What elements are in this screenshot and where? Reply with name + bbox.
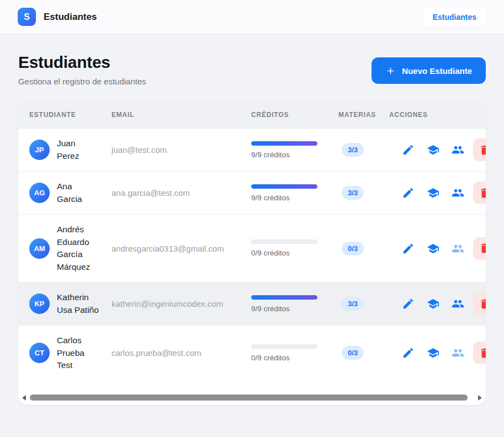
new-student-button[interactable]: Nuevo Estudiante [372,57,486,84]
table-header-row: Estudiante Email Créditos Materias Accio… [18,102,486,129]
student-name: Andrés Eduardo García Márquez [57,223,99,273]
nav-link-estudiantes[interactable]: Estudiantes [423,7,486,27]
app-logo: S [18,8,36,26]
graduation-cap-icon [427,347,439,359]
assign-users-button[interactable] [448,343,468,363]
avatar: CT [29,343,50,363]
materias-button[interactable] [423,183,443,202]
materias-button[interactable] [423,343,443,363]
table-row: AG Ana Garcia ana.garcia@test.com 9/9 cr… [18,172,486,215]
column-header-estudiante: Estudiante [18,111,112,119]
page-subtitle: Gestiona el registro de estudiantes [18,77,146,86]
credits-label: 0/9 créditos [251,249,322,257]
credits-cell: 9/9 créditos [251,295,338,313]
assign-users-button[interactable] [448,294,468,313]
horizontal-scrollbar [18,394,486,402]
table-row: JP Juan Perez juan@test.com 9/9 créditos… [18,129,486,172]
assign-users-button[interactable] [448,183,468,202]
page-header: Estudiantes Gestiona el registro de estu… [18,53,486,86]
credits-progress-track [251,141,317,146]
student-cell: AM Andrés Eduardo García Márquez [18,215,112,282]
materias-button[interactable] [423,140,443,159]
column-header-creditos: Créditos [251,111,338,119]
people-icon [452,347,464,359]
delete-student-button[interactable] [473,342,486,364]
student-email: carlos.prueba@test.com [112,348,251,358]
credits-progress-track [251,239,317,244]
student-cell: KP Katherin Usa Patiño [18,283,112,325]
credits-cell: 0/9 créditos [251,344,338,362]
materias-badge: 3/3 [342,297,364,311]
trash-icon [479,242,486,254]
materias-button[interactable] [423,294,443,313]
navbar-title: Estudiantes [44,12,97,23]
plus-icon [385,66,396,76]
materias-badge: 0/3 [342,242,364,255]
delete-student-button[interactable] [473,292,486,315]
trash-icon [479,347,486,359]
pencil-icon [402,242,415,255]
edit-student-button[interactable] [399,183,418,202]
student-email: andresgarcia0313@gmail.com [112,244,251,253]
trash-icon [479,187,486,199]
people-icon [452,297,464,310]
student-cell: AG Ana Garcia [18,172,112,214]
graduation-cap-icon [427,143,439,156]
avatar: KP [29,294,50,314]
materias-cell: 0/3 [338,346,389,360]
delete-student-button[interactable] [473,138,486,161]
student-cell: CT Carlos Prueba Test [18,326,112,381]
assign-users-button[interactable] [448,239,468,258]
credits-label: 9/9 créditos [251,151,322,159]
avatar: JP [29,140,50,160]
credits-progress-track [251,295,317,300]
edit-student-button[interactable] [399,294,418,313]
app-logo-letter: S [24,12,30,22]
materias-cell: 3/3 [338,186,389,200]
credits-progress-fill [251,184,317,189]
new-student-button-label: Nuevo Estudiante [402,66,472,76]
student-email: juan@test.com [112,145,251,154]
graduation-cap-icon [427,242,439,255]
table-row: CT Carlos Prueba Test carlos.prueba@test… [18,326,486,381]
pencil-icon [402,347,415,359]
actions-cell [389,292,486,315]
students-table: Estudiante Email Créditos Materias Accio… [18,102,486,381]
pencil-icon [402,143,415,156]
scrollbar-thumb[interactable] [30,395,468,401]
scrollbar-right-arrow-icon[interactable] [478,395,482,401]
credits-progress-fill [251,141,317,146]
materias-cell: 3/3 [338,297,389,311]
trash-icon [479,144,486,156]
people-icon [452,186,464,199]
people-icon [452,143,464,156]
edit-student-button[interactable] [399,239,418,258]
avatar: AG [29,183,50,203]
page-title: Estudiantes [18,53,146,72]
materias-button[interactable] [423,239,443,258]
student-name: Ana Garcia [57,180,99,205]
edit-student-button[interactable] [399,343,418,363]
delete-student-button[interactable] [473,237,486,260]
table-body: JP Juan Perez juan@test.com 9/9 créditos… [18,129,486,381]
actions-cell [389,138,486,161]
people-icon [452,242,464,255]
edit-student-button[interactable] [399,140,418,159]
student-name: Carlos Prueba Test [57,334,99,372]
column-header-acciones: Acciones [389,111,486,119]
graduation-cap-icon [427,186,439,199]
student-cell: JP Juan Perez [18,129,112,171]
actions-cell [389,342,486,364]
student-email: katherin@ingeniumcodex.com [112,299,251,308]
pencil-icon [402,297,415,310]
materias-badge: 3/3 [342,143,364,157]
credits-cell: 0/9 créditos [251,239,338,257]
scrollbar-left-arrow-icon[interactable] [22,395,26,401]
actions-cell [389,237,486,260]
column-header-email: Email [112,111,251,119]
assign-users-button[interactable] [448,140,468,159]
delete-student-button[interactable] [473,182,486,204]
actions-cell [389,182,486,204]
top-navbar: S Estudiantes Estudiantes [0,0,504,34]
materias-badge: 3/3 [342,186,364,200]
